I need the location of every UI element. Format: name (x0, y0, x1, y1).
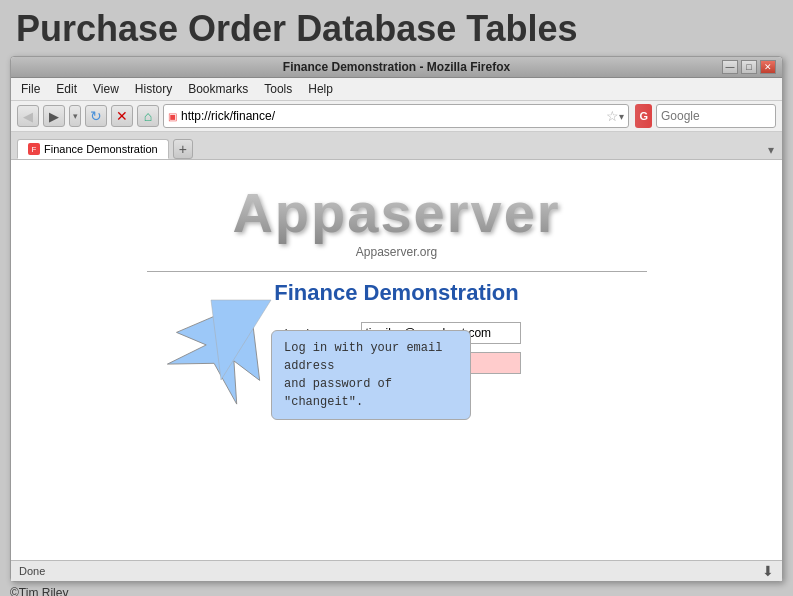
app-logo: Appaserver (232, 180, 560, 245)
bookmark-star-icon[interactable]: ☆ (606, 108, 619, 124)
callout-text: Log in with your email addressand passwo… (284, 341, 442, 409)
home-icon: ⌂ (144, 108, 152, 124)
search-engine-icon: G (635, 104, 652, 128)
status-right: ⬇ (762, 563, 774, 579)
forward-button[interactable]: ▶ (43, 105, 65, 127)
search-bar: 🔍 (656, 104, 776, 128)
minimize-button[interactable]: — (722, 60, 738, 74)
new-tab-button[interactable]: + (173, 139, 193, 159)
app-tagline: Appaserver.org (232, 245, 560, 259)
address-dropdown-icon[interactable]: ▾ (619, 111, 624, 122)
page-title-area: Purchase Order Database Tables (0, 0, 793, 56)
menu-bar: File Edit View History Bookmarks Tools H… (11, 78, 782, 101)
home-button[interactable]: ⌂ (137, 105, 159, 127)
stop-button[interactable]: ✕ (111, 105, 133, 127)
menu-help[interactable]: Help (302, 80, 339, 98)
download-icon[interactable]: ⬇ (762, 563, 774, 579)
menu-view[interactable]: View (87, 80, 125, 98)
title-bar: Finance Demonstration - Mozilla Firefox … (11, 57, 782, 78)
toolbar: ◀ ▶ ▾ ↻ ✕ ⌂ ▣ ☆ ▾ G (11, 101, 782, 132)
forward-dropdown[interactable]: ▾ (69, 105, 81, 127)
status-text: Done (19, 565, 45, 577)
search-input[interactable] (661, 109, 793, 123)
svg-marker-1 (211, 300, 271, 380)
active-tab[interactable]: F Finance Demonstration (17, 139, 169, 159)
callout-container: Log in with your email addressand passwo… (31, 410, 762, 510)
separator-line (147, 271, 647, 272)
close-button[interactable]: ✕ (760, 60, 776, 74)
menu-file[interactable]: File (15, 80, 46, 98)
copyright: ©Tim Riley (0, 582, 793, 596)
menu-tools[interactable]: Tools (258, 80, 298, 98)
status-bar: Done ⬇ (11, 560, 782, 581)
title-bar-text: Finance Demonstration - Mozilla Firefox (17, 60, 776, 74)
tab-label: Finance Demonstration (44, 143, 158, 155)
maximize-button[interactable]: □ (741, 60, 757, 74)
back-button[interactable]: ◀ (17, 105, 39, 127)
stop-icon: ✕ (116, 108, 128, 124)
forward-icon: ▶ (49, 109, 59, 124)
callout-tooltip: Log in with your email addressand passwo… (271, 330, 471, 420)
logo-area: Appaserver Appaserver.org (232, 180, 560, 259)
tabs-bar: F Finance Demonstration + ▾ (11, 132, 782, 160)
menu-history[interactable]: History (129, 80, 178, 98)
menu-edit[interactable]: Edit (50, 80, 83, 98)
reload-icon: ↻ (90, 108, 102, 124)
address-bar: ▣ ☆ ▾ (163, 104, 629, 128)
menu-bookmarks[interactable]: Bookmarks (182, 80, 254, 98)
tab-favicon: F (28, 143, 40, 155)
browser-window: Finance Demonstration - Mozilla Firefox … (10, 56, 783, 582)
page-title: Purchase Order Database Tables (16, 8, 777, 50)
tabs-dropdown-icon[interactable]: ▾ (766, 141, 776, 159)
page-content: Appaserver Appaserver.org Finance Demons… (11, 160, 782, 560)
finance-title: Finance Demonstration (274, 280, 518, 306)
back-icon: ◀ (23, 109, 33, 124)
reload-button[interactable]: ↻ (85, 105, 107, 127)
window-controls: — □ ✕ (722, 60, 776, 74)
address-input[interactable] (181, 109, 606, 123)
favicon: ▣ (168, 111, 177, 122)
